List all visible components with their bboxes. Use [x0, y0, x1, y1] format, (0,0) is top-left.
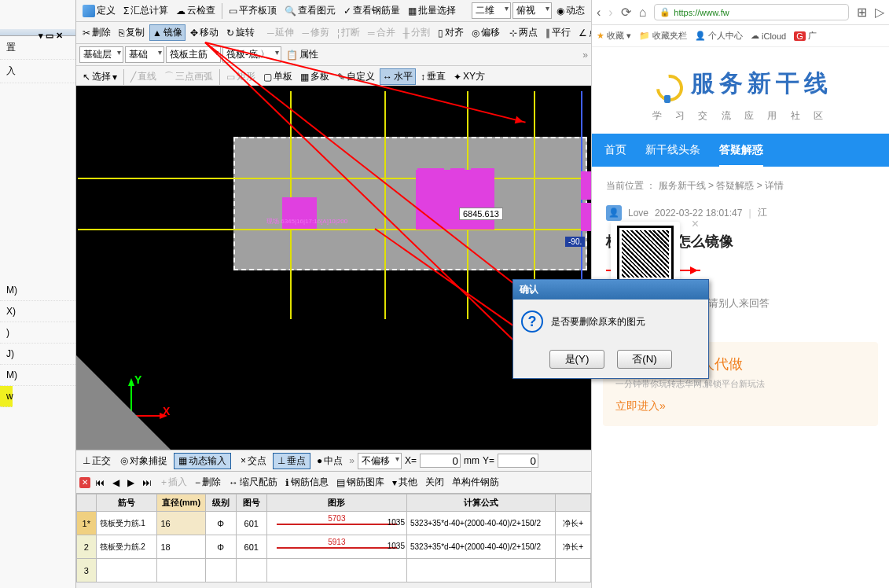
xy-dir-button[interactable]: ✦XY方: [450, 68, 488, 85]
select-button[interactable]: ↖选择▾: [79, 68, 120, 85]
toolbar-layers: 基础层 基础 筏板主筋 筏板-底,〉 📋属性 »: [76, 44, 591, 66]
qr-code-icon: [619, 228, 671, 280]
toolbar-main: 定义 Σ 汇总计算 ☁ 云检查 ▭ 平齐板顶 🔍 查看图元 ✓ 查看钢筋量 ▦ …: [76, 0, 591, 22]
mirror-button[interactable]: ▲镜像: [149, 24, 186, 41]
perp-button[interactable]: ⊥垂点: [273, 453, 310, 469]
vertical-button[interactable]: ↕垂直: [417, 68, 449, 85]
sum-calc-button[interactable]: Σ 汇总计算: [120, 2, 171, 19]
single-member-rebar-button[interactable]: 单构件钢筋: [449, 474, 502, 491]
tab-qa[interactable]: 答疑解惑: [719, 143, 763, 157]
split-button: ╫分割: [400, 24, 434, 41]
qr-icon[interactable]: ⊞: [857, 5, 867, 20]
logo-icon: [648, 72, 683, 106]
table-row[interactable]: 2 筏板受力筋.2 18 Φ 601 59131035 5323+35*d-40…: [77, 535, 591, 559]
view-top-dropdown[interactable]: 俯视: [512, 2, 552, 19]
insert-row-button: +插入: [158, 474, 190, 491]
category-dropdown[interactable]: 基础: [125, 46, 164, 63]
close-icon[interactable]: ✕: [79, 477, 90, 488]
bookmark-item[interactable]: 👤个人中心: [695, 30, 743, 42]
bookmark-item[interactable]: ★收藏▾: [597, 30, 631, 42]
delete-row-button[interactable]: −删除: [192, 474, 224, 491]
view-element-button[interactable]: 🔍 查看图元: [281, 2, 339, 19]
breadcrumb: 当前位置 ： 服务新干线 > 答疑解惑 > 详情: [592, 167, 889, 200]
nav-prev-button[interactable]: ◀: [109, 476, 123, 490]
table-row[interactable]: 3: [77, 559, 591, 582]
align-button[interactable]: ▯对齐: [435, 24, 467, 41]
multi-plate-button[interactable]: ▦多板: [297, 68, 332, 85]
url-input[interactable]: 🔒 https://www.fw: [654, 4, 849, 20]
bookmark-item[interactable]: G广: [794, 30, 817, 42]
table-row[interactable]: 1* 筏板受力筋.1 16 Φ 601 57031035 5323+35*d-4…: [77, 512, 591, 535]
cloud-check-button[interactable]: ☁ 云检查: [173, 2, 219, 19]
avatar[interactable]: 👤: [606, 205, 622, 221]
dialog-yes-button[interactable]: 是(Y): [549, 350, 604, 369]
rotate-button[interactable]: ↻旋转: [223, 24, 258, 41]
properties-button[interactable]: 📋属性: [283, 46, 321, 63]
side-it[interactable]: ): [0, 322, 75, 344]
join-button: ═合并: [365, 24, 399, 41]
dialog-no-button[interactable]: 否(N): [617, 350, 672, 369]
other-button[interactable]: ▾其他: [389, 474, 421, 491]
side-it[interactable]: M): [0, 280, 75, 301]
align-plate-top-button[interactable]: ▭ 平齐板顶: [226, 2, 280, 19]
copy-button[interactable]: ⎘复制: [116, 24, 148, 41]
tab-home[interactable]: 首页: [604, 143, 626, 157]
view-2d-dropdown[interactable]: 二维: [472, 2, 511, 19]
close-icon[interactable]: ×: [692, 217, 699, 231]
arc3-button: ⌒三点画弧: [161, 68, 216, 85]
break-button: ¦打断: [334, 24, 363, 41]
bookmark-item[interactable]: 📁收藏夹栏: [639, 30, 687, 42]
rebar-info-button[interactable]: ℹ钢筋信息: [282, 474, 332, 491]
ad-link[interactable]: 立即进入»: [615, 399, 666, 413]
delete-button[interactable]: ✂删除: [79, 24, 114, 41]
toolbar-draw: ↖选择▾ ╱直线 ⌒三点画弧 ▭矩形 ▢单板 ▦多板 ✎自定义 ↔水平 ↕垂直 …: [76, 66, 591, 88]
post-author[interactable]: Love: [628, 208, 648, 219]
point-angle-button[interactable]: ∠点角: [575, 24, 591, 41]
toolbar-edit: ✂删除 ⎘复制 ▲镜像 ✥移动 ↻旋转 ─延伸 ─修剪 ¦打断 ═合并 ╫分割 …: [76, 22, 591, 44]
horizontal-button[interactable]: ↔水平: [380, 68, 416, 85]
drawing-viewport[interactable]: 现场.6345|16|17:16[A]10|200 6845.613 -90. …: [76, 86, 591, 450]
intersect-button[interactable]: ×交点: [237, 453, 270, 469]
rebar-table[interactable]: 筋号 直径(mm) 级别 图号 图形 计算公式 1* 筏板受力筋.1 16 Φ …: [76, 494, 591, 582]
nav-first-button[interactable]: ⏮: [92, 476, 108, 490]
ortho-button[interactable]: ⊥正交: [79, 453, 114, 469]
batch-select-button[interactable]: ▦ 批量选择: [405, 2, 459, 19]
offset-mode-dropdown[interactable]: 不偏移: [358, 453, 402, 469]
parallel-button[interactable]: ∥平行: [542, 24, 574, 41]
dynamic-button[interactable]: ◉ 动态: [553, 2, 588, 19]
dyn-input-button[interactable]: ▦动态输入: [174, 453, 231, 469]
define-icon: [83, 5, 95, 17]
close-panel-button[interactable]: 关闭: [422, 474, 447, 491]
y-coord-input[interactable]: [498, 454, 538, 468]
scale-rebar-button[interactable]: ↔缩尺配筋: [226, 474, 281, 491]
reload-icon[interactable]: ⟳: [621, 5, 631, 20]
two-point-button[interactable]: ⊹两点: [506, 24, 541, 41]
rebar-library-button[interactable]: ▤钢筋图库: [333, 474, 388, 491]
define-button[interactable]: 定义: [79, 2, 119, 19]
tab-headlines[interactable]: 新干线头条: [645, 143, 700, 157]
forward-icon: ›: [608, 6, 612, 20]
side-panel: ▾ ▭ ✕ 置 入 M) X) ) J) M) w: [0, 0, 76, 588]
nav-last-button[interactable]: ⏭: [139, 476, 155, 490]
side-it[interactable]: M): [0, 365, 75, 386]
side-it[interactable]: J): [0, 344, 75, 365]
back-icon[interactable]: ‹: [597, 6, 601, 20]
osnap-button[interactable]: ◎对象捕捉: [117, 453, 171, 469]
side-it[interactable]: w: [0, 386, 13, 407]
home-icon[interactable]: ⌂: [639, 6, 647, 20]
midpoint-button[interactable]: ●中点: [314, 453, 346, 469]
floor-dropdown[interactable]: 基础层: [79, 46, 123, 63]
offset-button[interactable]: ◎偏移: [468, 24, 503, 41]
move-button[interactable]: ✥移动: [187, 24, 222, 41]
extension-icon[interactable]: ▷: [875, 5, 884, 20]
nav-next-button[interactable]: ▶: [124, 476, 138, 490]
angle-label: -90.: [565, 237, 585, 247]
status-bar: ⊥正交 ◎对象捕捉 ▦动态输入 ×交点 ⊥垂点 ●中点 » 不偏移 X= mm …: [76, 450, 591, 472]
x-coord-input[interactable]: [420, 454, 461, 468]
single-plate-button[interactable]: ▢单板: [260, 68, 296, 85]
bookmark-item[interactable]: ☁iCloud: [751, 31, 786, 41]
side-it[interactable]: X): [0, 301, 75, 322]
view-rebar-qty-button[interactable]: ✓ 查看钢筋量: [340, 2, 403, 19]
rebar-editbar: ✕ ⏮ ◀ ▶ ⏭ +插入 −删除 ↔缩尺配筋 ℹ钢筋信息 ▤钢筋图库 ▾其他 …: [76, 472, 591, 494]
side-panel-header: ▾ ▭ ✕: [0, 29, 75, 36]
